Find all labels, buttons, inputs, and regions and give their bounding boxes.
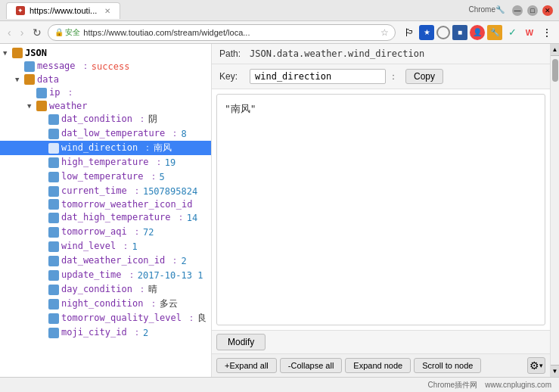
scroll-to-node-button[interactable]: Scroll to node xyxy=(414,358,481,373)
field-icon xyxy=(24,61,35,72)
secure-indicator: 🔒 安全 xyxy=(54,27,80,38)
copy-button[interactable]: Copy xyxy=(405,69,443,84)
menu-icon[interactable]: ⋮ xyxy=(539,25,554,40)
browser-tab[interactable]: ✦ https://www.touti... ✕ xyxy=(6,2,120,19)
key-tomorrow-aqi: tomorrow_aqi ： xyxy=(61,226,141,238)
field-day-icon xyxy=(48,285,59,295)
tree-node-wind-direction[interactable]: wind_direction ： 南风 xyxy=(0,141,211,155)
forward-btn[interactable]: › xyxy=(17,25,27,40)
tree-node-low-temp[interactable]: low_temperature ： 5 xyxy=(0,170,211,184)
tree-node-ip[interactable]: ip ： xyxy=(0,86,211,100)
value-day-condition: 晴 xyxy=(148,283,157,296)
flag-icon[interactable]: 🏳 xyxy=(402,25,417,40)
scroll-down-btn[interactable]: ▼ xyxy=(551,365,559,377)
field-upd-icon xyxy=(48,270,59,281)
star-ext-icon[interactable]: ★ xyxy=(419,25,434,40)
url-text: https://www.toutiao.com/stream/widget/lo… xyxy=(83,28,250,37)
expand-weather-icon[interactable]: ▼ xyxy=(27,102,36,110)
tree-node-wind-level[interactable]: wind_level ： 1 xyxy=(0,239,211,254)
field-wlevel-icon xyxy=(48,241,59,252)
tree-node-tomorrow-quality[interactable]: tomorrow_quality_level ： 良 xyxy=(0,311,211,325)
tree-node-day-condition[interactable]: day_condition ： 晴 xyxy=(0,282,211,297)
bottom-bar: Chrome插件网 www.cnplugins.com xyxy=(0,377,559,392)
settings-gear-button[interactable]: ⚙ ▾ xyxy=(527,357,545,374)
key-dat-condition: dat_condition ： xyxy=(61,113,147,126)
field-tmr-qual-icon xyxy=(48,313,59,324)
tree-node-update-time[interactable]: update_time ： 2017-10-13 1 xyxy=(0,268,211,282)
tree-node-json[interactable]: ▼ JSON xyxy=(0,47,211,59)
puzzle-icon[interactable]: 🔧 xyxy=(487,25,502,40)
value-tomorrow-quality: 良 xyxy=(197,312,207,325)
tree-node-dat-condition[interactable]: dat_condition ： 阴 xyxy=(0,112,211,126)
tree-node-high-temp[interactable]: high_temperature ： 19 xyxy=(0,155,211,170)
key-row: Key: ： Copy xyxy=(212,64,550,89)
minimize-btn[interactable]: — xyxy=(512,5,523,16)
square-icon[interactable]: ■ xyxy=(452,25,467,40)
tree-node-message[interactable]: message ： success xyxy=(0,59,211,73)
key-data: data xyxy=(37,74,59,85)
browser-toolbar: 🏳 ★ ■ 👤 🔧 ✓ W ⋮ xyxy=(402,25,554,40)
value-current-time: 1507895824 xyxy=(143,186,197,197)
back-btn[interactable]: ‹ xyxy=(5,25,14,40)
key-dat-icon-id: dat_weather_icon_id ： xyxy=(61,254,180,267)
key-message: message ： xyxy=(37,60,90,73)
key-tomorrow-icon-id: tomorrow_weather_icon_id xyxy=(61,199,192,210)
avatar-icon[interactable]: 👤 xyxy=(470,25,485,40)
nav-bar: ‹ › ↻ 🔒 安全 https://www.toutiao.com/strea… xyxy=(0,21,559,44)
field-tmr-icon-icon xyxy=(48,199,59,210)
key-dat-low-temp: dat_low_temperature ： xyxy=(61,127,180,140)
tab-close-btn[interactable]: ✕ xyxy=(104,7,110,15)
check-icon[interactable]: ✓ xyxy=(505,25,520,40)
key-tomorrow-quality: tomorrow_quality_level ： xyxy=(61,312,196,325)
address-url: https://www.toutiao.com/stream/widget/lo… xyxy=(83,28,377,37)
tree-node-weather[interactable]: ▼ weather xyxy=(0,100,211,112)
value-message: success xyxy=(92,61,130,72)
panel-inner: Path: JSON.data.weather.wind_direction K… xyxy=(212,44,550,330)
expand-icon[interactable]: ▼ xyxy=(3,49,12,57)
tree-node-tomorrow-aqi[interactable]: tomorrow_aqi ： 72 xyxy=(0,225,211,239)
scroll-thumb[interactable] xyxy=(552,59,558,82)
scroll-up-btn[interactable]: ▲ xyxy=(551,44,559,56)
expand-all-button[interactable]: +Expand all xyxy=(216,358,277,373)
key-wind-direction: wind_direction ： xyxy=(61,142,152,154)
collapse-all-button[interactable]: -Collapse all xyxy=(280,358,343,373)
address-bar[interactable]: 🔒 安全 https://www.toutiao.com/stream/widg… xyxy=(48,24,396,41)
ext1-icon[interactable]: W xyxy=(522,25,537,40)
key-day-condition: day_condition ： xyxy=(61,283,147,296)
restore-btn[interactable]: □ xyxy=(527,5,538,16)
field-high-icon xyxy=(48,157,59,168)
key-json: JSON xyxy=(25,48,47,58)
value-tomorrow-aqi: 72 xyxy=(143,227,154,238)
modify-button[interactable]: Modify xyxy=(216,334,266,350)
secure-label: 安全 xyxy=(65,27,80,38)
circle-icon[interactable] xyxy=(436,26,450,39)
browser-frame: ✦ https://www.touti... ✕ Chrome🔧 — □ ✕ ‹… xyxy=(0,0,559,392)
tree-node-dat-icon-id[interactable]: dat_weather_icon_id ： 2 xyxy=(0,254,211,268)
star-icon[interactable]: ☆ xyxy=(380,27,389,38)
scrollbar[interactable]: ▲ ▼ xyxy=(550,44,559,377)
credit-site2: www.cnplugins.com xyxy=(485,381,551,389)
colon-separator: ： xyxy=(389,70,398,83)
key-current-time: current_time ： xyxy=(61,185,141,198)
refresh-btn[interactable]: ↻ xyxy=(30,25,45,40)
key-input[interactable] xyxy=(250,69,386,84)
tree-node-dat-high-temp[interactable]: dat_high_temperature ： 14 xyxy=(0,210,211,225)
close-btn[interactable]: ✕ xyxy=(542,5,553,16)
expand-node-button[interactable]: Expand node xyxy=(345,358,411,373)
field-cur-icon xyxy=(48,186,59,197)
tree-node-moji-city[interactable]: moji_city_id ： 2 xyxy=(0,325,211,340)
expand-data-icon[interactable]: ▼ xyxy=(15,76,24,83)
tree-node-tomorrow-icon-id[interactable]: tomorrow_weather_icon_id xyxy=(0,198,211,210)
folder-data-icon xyxy=(24,74,35,85)
tree-node-current-time[interactable]: current_time ： 1507895824 xyxy=(0,184,211,198)
tree-node-night-condition[interactable]: night_condition ： 多云 xyxy=(0,297,211,311)
tree-node-data[interactable]: ▼ data xyxy=(0,73,211,86)
key-low-temp: low_temperature ： xyxy=(61,170,158,183)
scroll-track xyxy=(551,56,559,365)
tree-node-dat-low-temp[interactable]: dat_low_temperature ： 8 xyxy=(0,126,211,141)
value-display-text: "南风" xyxy=(225,103,256,114)
gear-icon: ⚙ xyxy=(529,359,539,372)
field-dat-high-icon xyxy=(48,213,59,223)
key-wind-level: wind_level ： xyxy=(61,240,130,253)
key-night-condition: night_condition ： xyxy=(61,297,158,310)
